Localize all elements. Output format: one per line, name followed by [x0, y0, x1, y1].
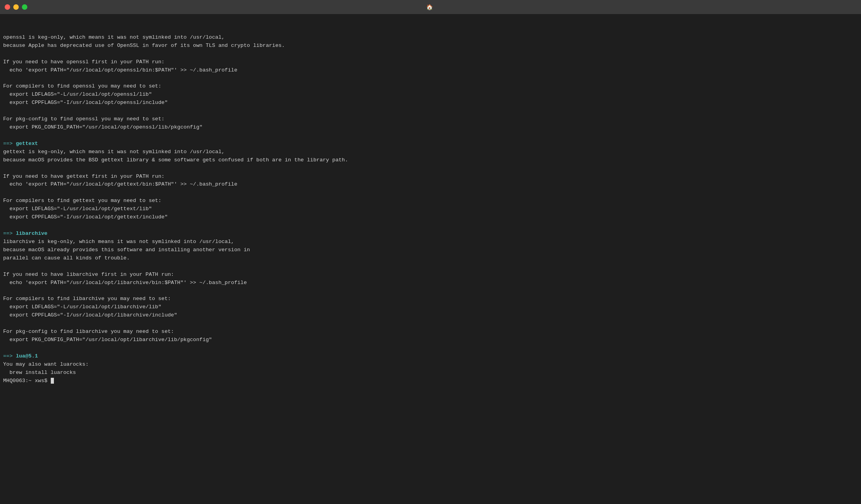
- house-icon: 🏠: [426, 4, 433, 11]
- package-name: lua@5.1: [16, 353, 38, 359]
- prompt-symbol: $: [44, 378, 50, 384]
- terminal-content[interactable]: openssl is keg-only, which means it was …: [0, 14, 861, 504]
- terminal-line: export PKG_CONFIG_PATH="/usr/local/opt/l…: [3, 336, 858, 344]
- terminal-line: echo 'export PATH="/usr/local/opt/libarc…: [3, 279, 858, 287]
- traffic-lights: [5, 4, 27, 10]
- prompt-line[interactable]: MHQ0063:~ xws$: [3, 377, 858, 385]
- terminal-line: export CPPFLAGS="-I/usr/local/opt/openss…: [3, 99, 858, 107]
- terminal-line: export CPPFLAGS="-I/usr/local/opt/gettex…: [3, 213, 858, 222]
- terminal-line: gettext is keg-only, which means it was …: [3, 148, 858, 156]
- terminal-line: If you need to have openssl first in you…: [3, 58, 858, 66]
- terminal-line: For compilers to find libarchive you may…: [3, 295, 858, 303]
- terminal-line: [3, 222, 858, 230]
- terminal-line: For compilers to find gettext you may ne…: [3, 197, 858, 205]
- terminal-line: [3, 132, 858, 140]
- terminal-line: export LDFLAGS="-L/usr/local/opt/openssl…: [3, 91, 858, 99]
- terminal-line: [3, 50, 858, 58]
- terminal-line: export LDFLAGS="-L/usr/local/opt/gettext…: [3, 205, 858, 213]
- titlebar: 🏠: [0, 0, 861, 14]
- arrow-indicator: ==>: [3, 353, 13, 359]
- maximize-button[interactable]: [22, 4, 27, 10]
- terminal-line: ==> lua@5.1: [3, 352, 858, 361]
- terminal-line: libarchive is keg-only, which means it w…: [3, 238, 858, 246]
- terminal-line: You may also want luarocks:: [3, 361, 858, 369]
- terminal-line: parallel can cause all kinds of trouble.: [3, 254, 858, 263]
- terminal-line: [3, 74, 858, 82]
- terminal-line: [3, 164, 858, 173]
- package-name: libarchive: [16, 231, 47, 236]
- terminal-line: If you need to have gettext first in you…: [3, 173, 858, 181]
- cursor: [51, 378, 54, 384]
- terminal-line: [3, 107, 858, 115]
- terminal-line: because macOS provides the BSD gettext l…: [3, 156, 858, 164]
- package-name: gettext: [16, 141, 38, 147]
- terminal-line: brew install luarocks: [3, 369, 858, 377]
- terminal-line: ==> libarchive: [3, 230, 858, 238]
- terminal-window: 🏠 openssl is keg-only, which means it wa…: [0, 0, 861, 504]
- terminal-line: echo 'export PATH="/usr/local/opt/openss…: [3, 66, 858, 75]
- terminal-line: For compilers to find openssl you may ne…: [3, 82, 858, 91]
- terminal-line: For pkg-config to find libarchive you ma…: [3, 328, 858, 336]
- terminal-line: [3, 344, 858, 352]
- terminal-line: ==> gettext: [3, 140, 858, 148]
- prompt-text: MHQ0063:~ xws: [3, 378, 44, 384]
- terminal-line: export PKG_CONFIG_PATH="/usr/local/opt/o…: [3, 123, 858, 132]
- terminal-line: because Apple has deprecated use of Open…: [3, 42, 858, 50]
- terminal-line: [3, 189, 858, 197]
- terminal-line: export CPPFLAGS="-I/usr/local/opt/libarc…: [3, 311, 858, 320]
- arrow-indicator: ==>: [3, 231, 13, 236]
- minimize-button[interactable]: [13, 4, 19, 10]
- terminal-line: openssl is keg-only, which means it was …: [3, 34, 858, 42]
- terminal-line: If you need to have libarchive first in …: [3, 271, 858, 279]
- terminal-line: export LDFLAGS="-L/usr/local/opt/libarch…: [3, 303, 858, 311]
- terminal-line: echo 'export PATH="/usr/local/opt/gettex…: [3, 181, 858, 189]
- terminal-line: For pkg-config to find openssl you may n…: [3, 115, 858, 123]
- terminal-line: [3, 320, 858, 328]
- terminal-line: [3, 263, 858, 271]
- terminal-line: [3, 287, 858, 295]
- close-button[interactable]: [5, 4, 10, 10]
- terminal-line: because macOS already provides this soft…: [3, 246, 858, 254]
- titlebar-title: 🏠: [426, 4, 435, 11]
- arrow-indicator: ==>: [3, 141, 13, 147]
